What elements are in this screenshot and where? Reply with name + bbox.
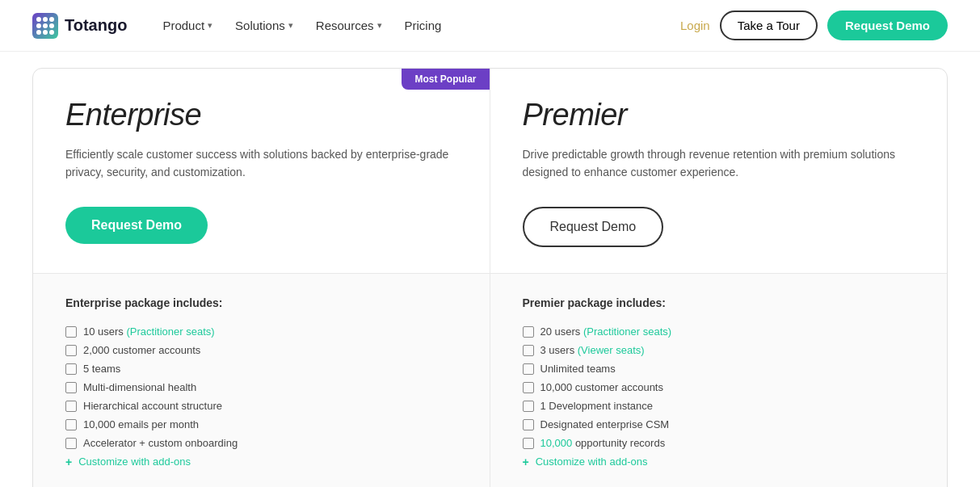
feature-check-icon bbox=[65, 326, 77, 338]
premier-package-title: Premier package includes: bbox=[523, 296, 915, 309]
premier-plan-bottom: Premier package includes: 20 users (Prac… bbox=[490, 274, 948, 487]
list-item: 10,000 opportunity records bbox=[523, 434, 915, 452]
logo-text: Totango bbox=[65, 16, 127, 35]
enterprise-plan-top: Most Popular Enterprise Efficiently scal… bbox=[33, 69, 490, 274]
feature-check-icon bbox=[523, 438, 534, 449]
feature-check-icon bbox=[65, 363, 77, 375]
navigation: Totango Product ▾ Solutions ▾ Resources … bbox=[0, 0, 980, 52]
enterprise-plan-bottom: Enterprise package includes: 10 users (P… bbox=[33, 274, 490, 487]
logo-dots bbox=[32, 13, 58, 39]
feature-check-icon bbox=[65, 382, 77, 393]
list-item: Accelerator + custom onboarding bbox=[65, 434, 457, 452]
enterprise-feature-list: 10 users (Practitioner seats) 2,000 cust… bbox=[65, 322, 457, 472]
plus-icon: + bbox=[65, 456, 72, 468]
nav-item-resources[interactable]: Resources ▾ bbox=[306, 12, 392, 39]
logo[interactable]: Totango bbox=[32, 13, 127, 39]
feature-check-icon bbox=[523, 363, 534, 375]
main-content: Most Popular Enterprise Efficiently scal… bbox=[0, 52, 980, 487]
enterprise-request-demo-button[interactable]: Request Demo bbox=[65, 207, 208, 244]
chevron-down-icon: ▾ bbox=[288, 20, 293, 31]
list-item: 5 teams bbox=[65, 359, 457, 378]
enterprise-package-title: Enterprise package includes: bbox=[65, 296, 457, 309]
nav-right: Login Take a Tour Request Demo bbox=[680, 10, 948, 40]
feature-check-icon bbox=[523, 382, 534, 393]
nav-left: Totango Product ▾ Solutions ▾ Resources … bbox=[32, 12, 451, 39]
list-item: Multi-dimensional health bbox=[65, 378, 457, 397]
enterprise-addon-item: + Customize with add-ons bbox=[65, 452, 457, 472]
pricing-grid: Most Popular Enterprise Efficiently scal… bbox=[32, 68, 948, 487]
list-item: Designated enterprise CSM bbox=[523, 415, 915, 434]
premier-request-demo-button[interactable]: Request Demo bbox=[523, 207, 664, 247]
feature-check-icon bbox=[65, 419, 77, 430]
feature-check-icon bbox=[523, 345, 534, 356]
nav-item-solutions[interactable]: Solutions ▾ bbox=[225, 12, 303, 39]
most-popular-badge: Most Popular bbox=[402, 69, 489, 90]
enterprise-addon-link[interactable]: Customize with add-ons bbox=[78, 456, 191, 468]
list-item: Hierarchical account structure bbox=[65, 397, 457, 415]
list-item: 2,000 customer accounts bbox=[65, 341, 457, 359]
feature-check-icon bbox=[523, 419, 534, 430]
enterprise-plan-desc: Efficiently scale customer success with … bbox=[65, 145, 457, 184]
list-item: 3 users (Viewer seats) bbox=[523, 341, 915, 359]
take-tour-button[interactable]: Take a Tour bbox=[720, 10, 818, 40]
premier-plan-name: Premier bbox=[523, 98, 915, 132]
chevron-down-icon: ▾ bbox=[377, 20, 382, 31]
list-item: Unlimited teams bbox=[523, 359, 915, 378]
plus-icon: + bbox=[523, 456, 529, 468]
feature-check-icon bbox=[65, 401, 77, 412]
nav-item-product[interactable]: Product ▾ bbox=[153, 12, 222, 39]
list-item: 20 users (Practitioner seats) bbox=[523, 322, 915, 341]
nav-item-pricing[interactable]: Pricing bbox=[395, 12, 452, 39]
premier-addon-link[interactable]: Customize with add-ons bbox=[536, 456, 648, 468]
feature-check-icon bbox=[65, 438, 77, 449]
list-item: 1 Development instance bbox=[523, 397, 915, 415]
feature-check-icon bbox=[65, 345, 77, 356]
logo-icon bbox=[32, 13, 58, 39]
premier-plan-top: Premier Drive predictable growth through… bbox=[490, 69, 948, 274]
premier-addon-item: + Customize with add-ons bbox=[523, 452, 915, 472]
list-item: 10,000 emails per month bbox=[65, 415, 457, 434]
premier-plan-desc: Drive predictable growth through revenue… bbox=[523, 145, 915, 184]
request-demo-nav-button[interactable]: Request Demo bbox=[827, 10, 948, 40]
premier-feature-list: 20 users (Practitioner seats) 3 users (V… bbox=[523, 322, 915, 472]
feature-check-icon bbox=[523, 326, 534, 338]
login-link[interactable]: Login bbox=[680, 19, 710, 32]
chevron-down-icon: ▾ bbox=[208, 20, 212, 31]
nav-items: Product ▾ Solutions ▾ Resources ▾ Pricin… bbox=[153, 12, 451, 39]
enterprise-plan-name: Enterprise bbox=[65, 98, 457, 132]
feature-check-icon bbox=[523, 401, 534, 412]
list-item: 10 users (Practitioner seats) bbox=[65, 322, 457, 341]
list-item: 10,000 customer accounts bbox=[523, 378, 915, 397]
